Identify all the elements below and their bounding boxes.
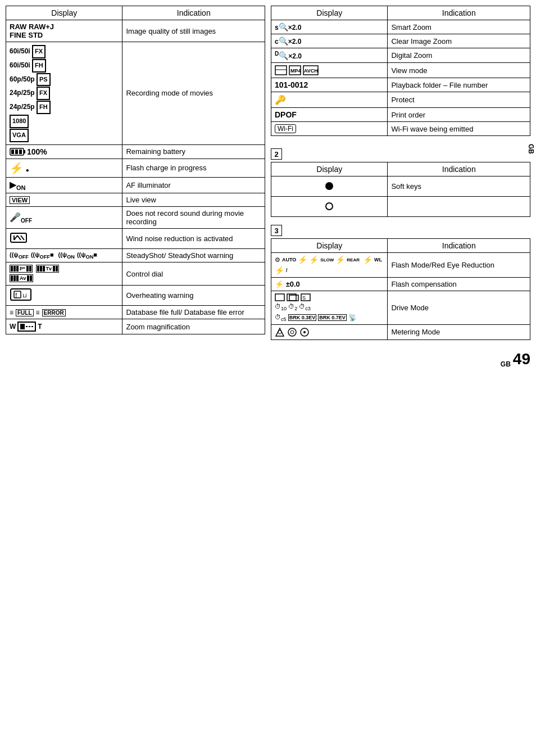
display-drive-mode: S ⏱10 ⏱2 ⏱c3 ⏱c5 BRK 0.3EV <box>271 291 388 324</box>
display-cell-battery: 100% <box>6 144 122 159</box>
table-row-flash-comp: ⚡ ±0.0 Flash compensation <box>271 278 530 291</box>
indication-cell-viewmode: View mode <box>388 63 530 78</box>
cq-glass: 🔍 <box>279 37 288 46</box>
ss-off-icon: ((ψOFF <box>10 251 29 260</box>
left-table: Display Indication RAW RAW+J FINE STD Im… <box>6 6 265 334</box>
display-cell-wind <box>6 229 122 249</box>
dial-av-row: Av <box>10 274 119 283</box>
display-cell: RAW RAW+J FINE STD <box>6 20 122 42</box>
view-box-icon: VIEW <box>10 196 30 204</box>
brk-03ev: BRK 0.3EV <box>288 314 317 321</box>
cq-icon: c <box>275 38 279 46</box>
rec-60i-fh: 60i/50i <box>10 61 32 69</box>
db-full-icon: ≡ <box>10 309 13 316</box>
display-cell-zoom: W T <box>6 319 122 334</box>
dial-p: P* <box>10 265 33 273</box>
table-row-metering: Metering Mode <box>271 324 530 339</box>
dpof-label: DPOF <box>275 110 297 119</box>
table-row-overheat: ! ⊔ Overheating warning <box>6 286 265 306</box>
dial-seg <box>11 275 13 281</box>
zoom-handle <box>20 324 25 329</box>
zoom-line3 <box>31 326 33 327</box>
af-icon: ▶ <box>10 180 16 189</box>
view-icon1 <box>275 65 287 75</box>
sec2-col2: Indication <box>388 162 530 176</box>
off-sub: OFF <box>21 217 32 223</box>
flash-rear: ⚡ <box>335 255 345 264</box>
display-metering <box>271 324 388 339</box>
section2: 2 Display Indication Soft keys <box>271 148 530 220</box>
svg-text:!: ! <box>15 292 17 298</box>
flash-slow-label: SLOW <box>320 257 334 262</box>
box-vga: VGA <box>10 129 29 142</box>
sec3-col2: Indication <box>388 239 530 253</box>
svg-text:MP4: MP4 <box>290 68 301 74</box>
indication-cell-wifi: Wi-Fi wave being emitted <box>388 122 530 136</box>
indication-cell-dq: Digital Zoom <box>388 48 530 63</box>
page-layout: Display Indication RAW RAW+J FINE STD Im… <box>6 6 530 368</box>
indication-cell-battery: Remaining battery <box>122 144 265 159</box>
display-cell-dq: D🔍×2.0 <box>271 48 388 63</box>
indication-cell-cq: Clear Image Zoom <box>388 34 530 48</box>
table-row-dial: P* Tv <box>6 262 265 286</box>
table-row-smart-zoom: s🔍×2.0 Smart Zoom <box>271 20 530 34</box>
indication-cell-protect: Protect <box>388 92 530 108</box>
flash-auto-label: AUTO <box>282 257 296 262</box>
section3: 3 Display Indication ⚙ AUTO <box>271 225 530 343</box>
box-1080: 1080 <box>10 115 29 128</box>
flash-dot: ● <box>26 167 29 173</box>
display-cell-overheat: ! ⊔ <box>6 286 122 306</box>
table-row-wind: Wind noise reduction is activated <box>6 229 265 249</box>
right-top-table: Display Indication s🔍×2.0 Smart Zoom c🔍×… <box>271 6 530 136</box>
table-row-protect: 🔑 Protect <box>271 92 530 108</box>
fine-std-label: FINE STD <box>10 31 43 39</box>
svg-point-28 <box>290 331 294 334</box>
indication-cell-af: AF illuminator <box>122 177 265 193</box>
raw-label: RAW RAW+J <box>10 22 54 31</box>
indication-cell-flash: Flash charge in progress <box>122 159 265 177</box>
svg-text:S: S <box>302 295 306 301</box>
mute-icon: 🎤 <box>10 212 21 222</box>
indication-softkeys: Soft keys <box>388 176 530 197</box>
dial-seg <box>13 266 16 271</box>
svg-rect-1 <box>24 150 25 153</box>
view-icon2: MP4 <box>289 65 301 75</box>
single-shot-icon <box>275 293 285 301</box>
af-on-label: ON <box>16 184 26 191</box>
display-dot-hollow <box>271 197 388 217</box>
table-row-af: ▶ON AF illuminator <box>6 177 265 193</box>
cq-x20: ×2.0 <box>288 38 302 46</box>
table-row-zoom: W T Zoom magnification <box>6 319 265 334</box>
indication-cell-database: Database file full/ Database file error <box>122 306 265 319</box>
indication-cell-dpof: Print order <box>388 108 530 122</box>
table-row-view-mode: MP4 AVCHD View mode <box>271 63 530 78</box>
svg-rect-14 <box>275 66 287 75</box>
timer-c3: ⏱c3 <box>299 303 311 311</box>
svg-rect-4 <box>19 150 22 154</box>
table-row-digital-zoom: D🔍×2.0 Digital Zoom <box>271 48 530 63</box>
flash-slow: ⚡ <box>309 255 319 264</box>
dq-x20: ×2.0 <box>288 52 302 60</box>
section3-table: Display Indication ⚙ AUTO ⚡ ⚡ <box>271 238 530 339</box>
table-row-flash-mode: ⚙ AUTO ⚡ ⚡ SLOW ⚡ REAR ⚡ WL ⚡ / <box>271 253 530 278</box>
ps-box: PS <box>37 73 51 87</box>
section-3-num: 3 <box>271 225 282 236</box>
indication-cell: Image quality of still images <box>122 20 265 42</box>
left-column: Display Indication RAW RAW+J FINE STD Im… <box>6 6 265 368</box>
wind-noise-icon <box>10 231 30 245</box>
svg-point-30 <box>303 331 306 333</box>
display-cell-cq: c🔍×2.0 <box>271 34 388 48</box>
dial-av: Av <box>10 274 33 282</box>
display-cell-mute: 🎤OFF <box>6 207 122 229</box>
db-error-label: ERROR <box>42 309 66 316</box>
dial-seg <box>43 266 45 271</box>
rc-icon: 📡 <box>348 314 357 322</box>
table-row-dpof: DPOF Print order <box>271 108 530 122</box>
dial-seg <box>40 266 42 271</box>
filled-circle <box>325 182 333 190</box>
display-cell-wifi: Wi-Fi <box>271 122 388 136</box>
indication-cell-sq: Smart Zoom <box>388 20 530 34</box>
indication-drive-mode: Drive Mode <box>388 291 530 324</box>
dial-seg <box>56 266 58 271</box>
dial-seg <box>16 266 19 271</box>
